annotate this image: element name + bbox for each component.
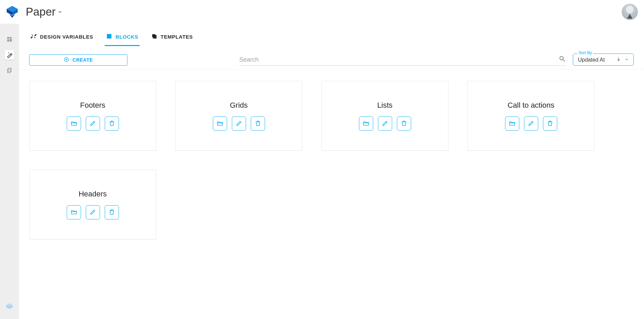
- card-actions: [505, 116, 557, 131]
- toolbar: CREATE Sort By Updated At: [19, 46, 644, 69]
- trash-icon: [255, 120, 261, 128]
- edit-button[interactable]: [86, 116, 100, 131]
- trash-icon: [547, 120, 554, 128]
- pencil-icon: [89, 209, 96, 216]
- rail-dashboard-icon[interactable]: [5, 35, 14, 44]
- caret-down-icon: [58, 9, 62, 15]
- delete-button[interactable]: [105, 116, 119, 131]
- tab-label: BLOCKS: [116, 34, 138, 40]
- sort-value: Updated At: [578, 57, 613, 63]
- blocks-icon: [106, 33, 112, 40]
- search-input[interactable]: [239, 56, 559, 63]
- card-title: Call to actions: [507, 101, 554, 110]
- card-title: Headers: [79, 190, 107, 198]
- block-card: Grids: [175, 81, 302, 151]
- tab-design-variables[interactable]: DESIGN VARIABLES: [29, 31, 95, 46]
- tab-blocks[interactable]: BLOCKS: [105, 31, 140, 46]
- svg-rect-5: [10, 37, 12, 38]
- svg-rect-6: [10, 39, 12, 42]
- rail-copy-icon[interactable]: [5, 66, 14, 75]
- svg-rect-8: [8, 68, 11, 72]
- arrow-down-icon: [616, 57, 621, 63]
- tab-label: TEMPLATES: [161, 34, 193, 40]
- open-folder-button[interactable]: [213, 116, 227, 131]
- trash-icon: [108, 209, 115, 216]
- tools-icon: [31, 33, 37, 40]
- svg-rect-4: [7, 37, 9, 39]
- folder-icon: [363, 120, 369, 128]
- edit-button[interactable]: [378, 116, 392, 131]
- search-icon: [559, 55, 566, 64]
- open-folder-button[interactable]: [67, 205, 81, 219]
- search-field[interactable]: [239, 55, 566, 66]
- sort-select[interactable]: Sort By Updated At: [573, 54, 634, 66]
- pencil-icon: [236, 120, 242, 128]
- block-card: Call to actions: [467, 81, 595, 151]
- block-card: Headers: [29, 170, 156, 239]
- open-folder-button[interactable]: [359, 116, 373, 131]
- templates-icon: [151, 33, 157, 40]
- svg-rect-14: [108, 35, 110, 38]
- trash-icon: [401, 120, 407, 128]
- svg-rect-9: [7, 69, 11, 73]
- project-selector[interactable]: Paper: [26, 5, 62, 18]
- tabs: DESIGN VARIABLES BLOCKS TEMPLATES: [19, 24, 644, 46]
- rail-footer-logo[interactable]: [5, 302, 14, 313]
- cards-area: Footers Grids: [19, 69, 644, 251]
- folder-icon: [509, 120, 516, 128]
- card-title: Footers: [80, 101, 105, 110]
- block-card: Footers: [29, 81, 156, 151]
- edit-button[interactable]: [86, 205, 100, 219]
- sort-label: Sort By: [577, 50, 593, 55]
- tab-label: DESIGN VARIABLES: [40, 34, 93, 40]
- delete-button[interactable]: [251, 116, 265, 131]
- topbar: Paper: [0, 0, 644, 24]
- chevron-down-icon: [624, 57, 629, 63]
- tab-templates[interactable]: TEMPLATES: [150, 31, 194, 46]
- card-actions: [359, 116, 411, 131]
- card-title: Lists: [377, 101, 393, 110]
- pencil-icon: [89, 120, 96, 128]
- delete-button[interactable]: [397, 116, 411, 131]
- pencil-icon: [528, 120, 535, 128]
- trash-icon: [108, 120, 115, 128]
- open-folder-button[interactable]: [67, 116, 81, 131]
- edit-button[interactable]: [524, 116, 538, 131]
- app-logo[interactable]: [3, 5, 22, 19]
- folder-icon: [217, 120, 223, 128]
- card-title: Grids: [230, 101, 248, 110]
- folder-icon: [71, 209, 77, 216]
- create-button[interactable]: CREATE: [29, 54, 127, 66]
- open-folder-button[interactable]: [505, 116, 519, 131]
- avatar[interactable]: [622, 4, 638, 20]
- card-actions: [67, 116, 119, 131]
- create-label: CREATE: [73, 57, 93, 63]
- plus-circle-icon: [64, 57, 69, 63]
- card-actions: [213, 116, 265, 131]
- sidebar-rail: [0, 24, 19, 319]
- folder-icon: [71, 120, 77, 128]
- delete-button[interactable]: [105, 205, 119, 219]
- pencil-icon: [382, 120, 388, 128]
- card-actions: [67, 205, 119, 219]
- svg-rect-7: [7, 40, 9, 42]
- block-card: Lists: [321, 81, 448, 151]
- rail-design-icon[interactable]: [5, 50, 14, 60]
- edit-button[interactable]: [232, 116, 246, 131]
- page-title: Paper: [26, 5, 56, 18]
- delete-button[interactable]: [543, 116, 557, 131]
